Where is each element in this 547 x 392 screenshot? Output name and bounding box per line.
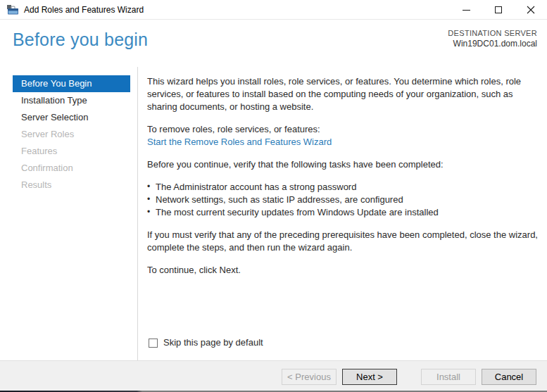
nav-item-installation-type[interactable]: Installation Type xyxy=(13,92,130,109)
verify-intro-text: Before you continue, verify that the fol… xyxy=(147,158,539,171)
skip-page-label[interactable]: Skip this page by default xyxy=(163,336,263,349)
list-item: •The most current security updates from … xyxy=(147,206,539,219)
maximize-icon xyxy=(495,6,502,13)
skip-page-checkbox[interactable] xyxy=(149,339,158,348)
wizard-toolbox-icon xyxy=(7,4,19,15)
prerequisite-list: •The Administrator account has a strong … xyxy=(147,181,539,219)
remove-roles-wizard-link[interactable]: Start the Remove Roles and Features Wiza… xyxy=(147,137,332,147)
install-button: Install xyxy=(421,369,476,385)
window-title: Add Roles and Features Wizard xyxy=(24,5,144,15)
nav-item-results: Results xyxy=(13,177,130,194)
bullet-icon: • xyxy=(147,180,150,193)
bullet-icon: • xyxy=(147,193,150,206)
nav-item-features: Features xyxy=(13,143,130,160)
minimize-button[interactable] xyxy=(450,0,482,20)
nav-item-server-selection[interactable]: Server Selection xyxy=(13,109,130,126)
continue-note-text: To continue, click Next. xyxy=(147,264,539,277)
wizard-body: Before You Begin Installation Type Serve… xyxy=(0,67,547,360)
nav-item-confirmation: Confirmation xyxy=(13,160,130,177)
close-icon xyxy=(527,6,535,14)
destination-server-name: Win19DC01.dom.local xyxy=(448,39,537,49)
intro-paragraph: This wizard helps you install roles, rol… xyxy=(147,75,539,113)
verify-note-text: If you must verify that any of the prece… xyxy=(147,229,539,254)
cancel-button[interactable]: Cancel xyxy=(482,369,536,385)
destination-server-block: DESTINATION SERVER Win19DC01.dom.local xyxy=(448,28,537,49)
previous-button: < Previous xyxy=(282,369,337,385)
page-title: Before you begin xyxy=(13,30,148,50)
wizard-step-nav: Before You Begin Installation Type Serve… xyxy=(0,67,138,360)
maximize-button[interactable] xyxy=(482,0,515,20)
next-button[interactable]: Next > xyxy=(342,369,397,385)
wizard-window: Add Roles and Features Wizard Before you… xyxy=(0,0,547,392)
nav-item-before-you-begin[interactable]: Before You Begin xyxy=(13,75,130,92)
minimize-icon xyxy=(463,10,470,11)
bullet-icon: • xyxy=(147,206,150,218)
nav-item-server-roles: Server Roles xyxy=(13,126,130,143)
remove-intro-text: To remove roles, role services, or featu… xyxy=(147,123,539,136)
list-item: •The Administrator account has a strong … xyxy=(147,181,539,194)
close-button[interactable] xyxy=(515,0,547,20)
skip-page-row: Skip this page by default xyxy=(149,336,263,349)
wizard-footer: < Previous Next > Install Cancel xyxy=(0,360,547,392)
window-controls xyxy=(450,0,547,20)
step-content: This wizard helps you install roles, rol… xyxy=(139,67,547,360)
title-bar: Add Roles and Features Wizard xyxy=(0,0,547,20)
wizard-header: Before you begin DESTINATION SERVER Win1… xyxy=(0,20,547,67)
destination-server-label: DESTINATION SERVER xyxy=(448,28,537,39)
list-item: •Network settings, such as static IP add… xyxy=(147,194,539,206)
